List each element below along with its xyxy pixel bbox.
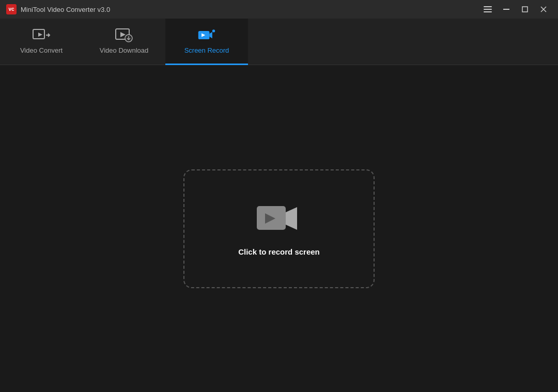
main-content: Click to record screen — [0, 65, 558, 392]
app-logo-icon: vc — [6, 4, 17, 14]
title-bar: vc MiniTool Video Converter v3.0 — [0, 0, 558, 19]
record-icon-container — [256, 201, 302, 237]
record-card[interactable]: Click to record screen — [183, 169, 375, 288]
svg-rect-3 — [522, 7, 528, 12]
close-button[interactable] — [535, 2, 552, 17]
click-to-record-text: Click to record screen — [238, 247, 320, 256]
tab-video-convert-label: Video Convert — [20, 46, 63, 54]
nav-bar: Video Convert Video Download — [0, 19, 558, 65]
tab-screen-record-label: Screen Record — [184, 46, 229, 54]
screen-record-icon — [197, 28, 216, 42]
maximize-icon — [522, 6, 528, 12]
svg-text:vc: vc — [8, 6, 14, 12]
tab-video-download[interactable]: Video Download — [83, 19, 165, 65]
menu-button[interactable] — [479, 2, 496, 17]
tab-screen-record[interactable]: Screen Record — [165, 19, 248, 65]
hamburger-icon — [481, 3, 495, 15]
tab-video-convert[interactable]: Video Convert — [0, 19, 83, 65]
title-bar-controls — [479, 2, 552, 17]
title-bar-left: vc MiniTool Video Converter v3.0 — [6, 4, 110, 14]
video-download-icon — [115, 28, 133, 42]
maximize-button[interactable] — [517, 2, 533, 17]
svg-point-14 — [212, 29, 215, 32]
close-icon — [540, 6, 547, 12]
minimize-button[interactable] — [498, 2, 515, 17]
svg-marker-9 — [120, 32, 126, 37]
svg-rect-2 — [503, 9, 509, 10]
tab-video-download-label: Video Download — [100, 46, 148, 54]
minimize-icon — [503, 6, 509, 12]
app-title: MiniTool Video Converter v3.0 — [21, 6, 110, 13]
video-convert-icon — [32, 28, 51, 42]
camera-record-icon — [256, 202, 302, 236]
